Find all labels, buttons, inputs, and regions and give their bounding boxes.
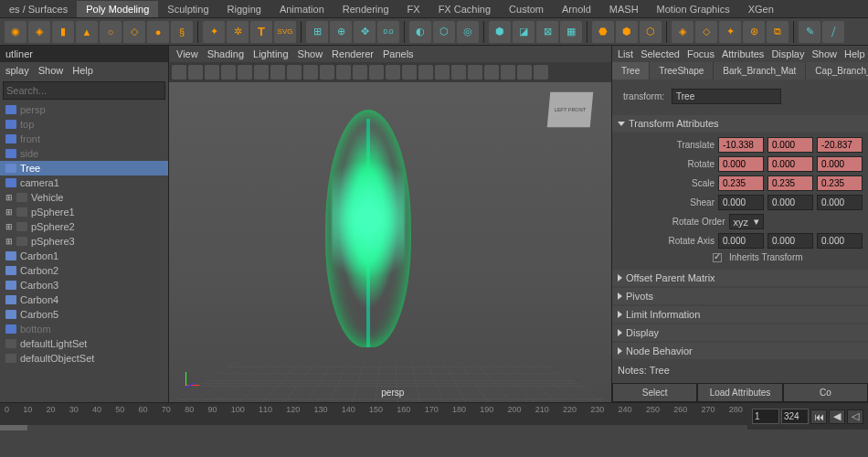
menu-item[interactable]: Show xyxy=(298,48,323,59)
move-icon[interactable]: ✥ xyxy=(354,21,376,43)
shear-x-input[interactable] xyxy=(718,195,764,210)
rotate-z-input[interactable] xyxy=(817,156,863,172)
safe-title-icon[interactable] xyxy=(320,65,334,80)
search-input[interactable] xyxy=(3,81,165,100)
poly-torus-icon[interactable]: ○ xyxy=(100,21,122,43)
tree-mesh[interactable] xyxy=(366,119,370,347)
menu-item[interactable]: Show xyxy=(811,48,837,59)
menu-item[interactable]: Lighting xyxy=(253,48,289,59)
shadows-icon[interactable] xyxy=(402,65,417,80)
translate-x-input[interactable] xyxy=(718,137,764,153)
rotate-axis-y-input[interactable] xyxy=(767,233,813,249)
outliner-item[interactable]: Carbon1 xyxy=(0,249,168,263)
node-behavior-section[interactable]: Node Behavior xyxy=(612,343,868,359)
ao-icon[interactable] xyxy=(451,65,466,80)
menu-item[interactable]: Shading xyxy=(207,48,244,59)
offset-parent-section[interactable]: Offset Parent Matrix xyxy=(612,270,868,286)
rotate-order-select[interactable]: xyz▾ xyxy=(729,214,765,229)
menu-item[interactable]: View xyxy=(176,48,198,59)
outliner-item[interactable]: Carbon3 xyxy=(0,278,168,292)
helix-icon[interactable]: § xyxy=(171,21,193,43)
menu-item[interactable]: Show xyxy=(38,65,64,76)
star-icon[interactable]: ✦ xyxy=(203,21,225,43)
limit-info-section[interactable]: Limit Information xyxy=(612,306,868,323)
pivots-section[interactable]: Pivots xyxy=(612,288,868,304)
scale-z-input[interactable] xyxy=(817,175,863,191)
co-button[interactable]: Co xyxy=(783,383,868,402)
rotate-y-input[interactable] xyxy=(767,156,813,172)
outliner-item[interactable]: front xyxy=(0,132,168,146)
target-weld-icon[interactable]: ⊛ xyxy=(743,21,765,43)
menu-item[interactable]: splay xyxy=(5,65,29,76)
svg-icon[interactable]: SVG xyxy=(274,21,296,43)
resolution-gate-icon[interactable] xyxy=(254,65,269,80)
time-track[interactable]: 0102030405060708090100110120130140150160… xyxy=(0,403,747,430)
attribute-tab[interactable]: Bark_Branch_Mat xyxy=(714,62,805,80)
outliner-item[interactable]: Carbon2 xyxy=(0,263,168,278)
menu-item[interactable]: Panels xyxy=(383,48,414,59)
insert-edge-icon[interactable]: ⧸ xyxy=(822,21,844,43)
outliner-list[interactable]: persptopfrontsideTreecamera1⊞Vehicle⊞pSp… xyxy=(0,102,168,395)
poly-cylinder-icon[interactable]: ▮ xyxy=(52,21,74,43)
display-section[interactable]: Display xyxy=(612,324,868,341)
menu-item[interactable]: Renderer xyxy=(332,48,374,59)
outliner-item[interactable]: ⊞Vehicle xyxy=(0,190,168,205)
attribute-tab[interactable]: TreeShape xyxy=(650,62,713,80)
outliner-item[interactable]: ⊞pSphere2 xyxy=(0,219,168,234)
end-frame-input[interactable] xyxy=(781,409,809,424)
attribute-tab[interactable]: Cap_Branch_Mat xyxy=(806,62,868,80)
view-transform-icon[interactable] xyxy=(534,65,548,80)
rewind-icon[interactable]: ⏮ xyxy=(810,409,827,424)
shear-y-input[interactable] xyxy=(767,195,813,210)
multicut-icon[interactable]: ✎ xyxy=(799,21,820,43)
play-back-icon[interactable]: ◁ xyxy=(847,409,863,424)
viewport-canvas[interactable]: LEFT FRONT persp xyxy=(169,82,611,402)
gamma-icon[interactable] xyxy=(517,65,532,80)
fill-icon[interactable]: ▦ xyxy=(560,21,582,43)
workspace-tab[interactable]: Rendering xyxy=(333,1,398,17)
symmetry-icon[interactable]: ⬡ xyxy=(433,21,455,43)
isolate-icon[interactable] xyxy=(484,65,499,80)
outliner-item[interactable]: ⊞pSphere1 xyxy=(0,205,168,219)
workspace-tab[interactable]: FX xyxy=(398,1,429,17)
outliner-item[interactable]: Carbon5 xyxy=(0,307,168,322)
select-button[interactable]: Select xyxy=(612,383,697,402)
transform-attributes-section[interactable]: Transform Attributes xyxy=(612,115,868,132)
workspace-tab[interactable]: es / Surfaces xyxy=(0,1,77,17)
circle-tool-icon[interactable]: ⊕ xyxy=(330,21,352,43)
connect-icon[interactable]: ⧉ xyxy=(767,21,789,43)
outliner-item[interactable]: Tree xyxy=(0,161,168,175)
bevel-icon[interactable]: ◪ xyxy=(513,21,535,43)
rotate-x-input[interactable] xyxy=(718,156,764,172)
workspace-tab[interactable]: MASH xyxy=(600,1,648,17)
mirror-icon[interactable]: ◐ xyxy=(409,21,431,43)
inherits-checkbox[interactable] xyxy=(713,253,722,262)
rotate-axis-x-input[interactable] xyxy=(718,233,764,249)
xray-icon[interactable] xyxy=(418,65,433,80)
menu-item[interactable]: Help xyxy=(844,48,865,59)
menu-item[interactable]: List xyxy=(618,48,633,59)
translate-y-input[interactable] xyxy=(767,137,813,153)
poly-cone-icon[interactable]: ▲ xyxy=(76,21,98,43)
grid-icon[interactable]: ⊞ xyxy=(306,21,328,43)
field-chart-icon[interactable] xyxy=(287,65,302,80)
attribute-tab[interactable]: Tree xyxy=(612,62,649,80)
motion-blur-icon[interactable] xyxy=(468,65,482,80)
step-back-icon[interactable]: ◀ xyxy=(829,409,845,424)
poly-cube-icon[interactable]: ◈ xyxy=(28,21,50,43)
poly-disc-icon[interactable]: ● xyxy=(147,21,169,43)
xray-joints-icon[interactable] xyxy=(435,65,450,80)
workspace-tab[interactable]: Poly Modeling xyxy=(77,1,158,17)
use-lights-icon[interactable] xyxy=(386,65,400,80)
outliner-item[interactable]: ⊞pSphere3 xyxy=(0,234,168,249)
workspace-tab[interactable]: FX Caching xyxy=(429,1,500,17)
workspace-tab[interactable]: Animation xyxy=(270,1,333,17)
outliner-item[interactable]: Carbon4 xyxy=(0,292,168,307)
outliner-item[interactable]: side xyxy=(0,146,168,161)
scale-x-input[interactable] xyxy=(718,175,764,191)
select-camera-icon[interactable] xyxy=(172,65,186,80)
safe-action-icon[interactable] xyxy=(303,65,318,80)
rotate-axis-z-input[interactable] xyxy=(817,233,863,249)
extrude-icon[interactable]: ⬢ xyxy=(489,21,511,43)
smooth-shade-icon[interactable] xyxy=(353,65,367,80)
